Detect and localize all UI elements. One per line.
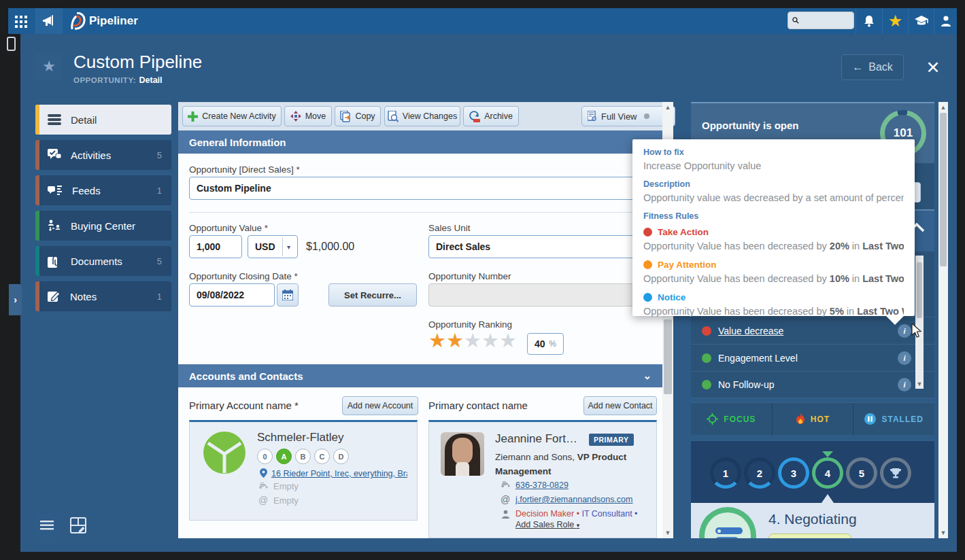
- closing-date-input[interactable]: [189, 283, 275, 307]
- role-it-consultant[interactable]: IT Consultant: [581, 509, 632, 519]
- rating-a[interactable]: A: [276, 449, 292, 464]
- account-address-link[interactable]: 16 Rieder Point, Irec, everything, Braz: [271, 469, 407, 478]
- sidebar-item-documents[interactable]: Documents 5: [35, 246, 171, 276]
- favorite-star-toggle[interactable]: ★: [35, 53, 63, 80]
- notifications-bell-icon[interactable]: [856, 8, 882, 34]
- dropdown-label: Full View: [601, 111, 637, 122]
- scrollbar-thumb[interactable]: [664, 319, 672, 394]
- role-decision-maker[interactable]: Decision Maker: [515, 509, 574, 519]
- sidebar-item-detail[interactable]: Detail: [35, 105, 171, 135]
- section-title: General Information: [189, 137, 286, 148]
- info-icon[interactable]: i: [898, 351, 911, 365]
- scrollbar-thumb[interactable]: [917, 262, 922, 318]
- create-new-activity-button[interactable]: Create New Activity: [182, 106, 282, 126]
- ranking-percent-field[interactable]: 40 %: [527, 333, 564, 355]
- favorites-star-icon[interactable]: ★: [882, 8, 908, 34]
- sidebar-item-activities[interactable]: Activities 5: [35, 140, 171, 170]
- view-changes-button[interactable]: View Changes: [384, 106, 460, 126]
- contact-phone-link[interactable]: 636-378-0829: [515, 480, 569, 490]
- scrollbar-thumb[interactable]: [940, 113, 947, 266]
- opportunity-name-input[interactable]: [189, 177, 647, 200]
- opportunity-value-input[interactable]: [189, 235, 242, 258]
- search-input[interactable]: [799, 15, 849, 27]
- copy-button[interactable]: Copy: [335, 106, 381, 126]
- pipeline-step-2[interactable]: 2: [744, 457, 775, 489]
- learning-graduation-cap-icon[interactable]: [908, 8, 934, 34]
- global-search[interactable]: [788, 12, 854, 29]
- sidebar-item-buying-center[interactable]: Buying Center: [35, 211, 171, 241]
- rating-b[interactable]: B: [295, 449, 311, 464]
- pipeline-step-won[interactable]: [880, 457, 911, 489]
- add-account-button[interactable]: Add new Account: [342, 396, 418, 415]
- section-general-information[interactable]: General Information: [178, 130, 662, 154]
- button-label: HOT: [811, 415, 830, 424]
- profile-person-icon[interactable]: [934, 8, 957, 34]
- arrow-left-icon: ←: [852, 61, 863, 73]
- expand-panel-chevron-right[interactable]: ›: [9, 284, 22, 315]
- sidebar-item-notes[interactable]: Notes 1: [35, 281, 171, 311]
- focus-crosshair-icon: [707, 413, 718, 425]
- row-label[interactable]: Value decrease: [718, 326, 783, 336]
- scroll-down-arrow[interactable]: ▼: [938, 529, 948, 536]
- stalled-button[interactable]: STALLED: [853, 403, 934, 435]
- menu-list-button[interactable]: [35, 514, 58, 537]
- ranking-star-filled[interactable]: ★: [446, 330, 464, 351]
- info-icon[interactable]: i: [898, 378, 911, 391]
- announcements-megaphone-icon[interactable]: [35, 8, 63, 34]
- row-label[interactable]: No Follow-up: [718, 379, 774, 390]
- ranking-star-filled[interactable]: ★: [428, 330, 446, 351]
- account-rating: 0ABCD: [257, 449, 352, 464]
- scroll-up-arrow[interactable]: ▲: [662, 104, 673, 111]
- panel-inner-scrollbar[interactable]: ▼: [915, 256, 924, 389]
- contact-company[interactable]: Ziemann and Sons,: [495, 452, 575, 462]
- fitness-row-engagement-level[interactable]: Engagement Level i: [691, 344, 934, 371]
- rule-take-action: Take Action: [643, 227, 904, 237]
- section-accounts-contacts[interactable]: Accounts and Contacts ⌄: [178, 364, 662, 387]
- back-button[interactable]: ← Back: [841, 54, 904, 80]
- close-icon[interactable]: ✕: [919, 54, 947, 80]
- pipeline-step-4-current[interactable]: 4: [812, 457, 843, 489]
- info-icon[interactable]: i: [898, 324, 911, 338]
- app-grid-icon[interactable]: [15, 16, 31, 28]
- rating-d[interactable]: D: [333, 449, 349, 464]
- contact-email-link[interactable]: j.fortier@ziemannandsons.com: [515, 495, 633, 504]
- pipeline-step-1[interactable]: 1: [710, 457, 741, 489]
- move-button[interactable]: Move: [284, 106, 332, 126]
- row-label[interactable]: Engagement Level: [718, 353, 798, 364]
- archive-button[interactable]: Archive: [463, 106, 519, 126]
- rating-0[interactable]: 0: [257, 449, 273, 464]
- ranking-star-empty[interactable]: ★: [481, 330, 499, 351]
- sidebar-item-feeds[interactable]: Feeds 1: [35, 175, 171, 205]
- scroll-down-arrow[interactable]: ▼: [915, 381, 924, 387]
- add-contact-button[interactable]: Add new Contact: [583, 396, 657, 415]
- fitness-row-no-follow-up[interactable]: No Follow-up i: [691, 371, 934, 398]
- customize-layout-button[interactable]: [67, 514, 90, 537]
- view-label: Detail: [139, 75, 163, 85]
- pipeline-step-3[interactable]: 3: [778, 457, 809, 489]
- ranking-star-empty[interactable]: ★: [499, 330, 517, 351]
- copy-icon: [340, 111, 351, 122]
- currency-select[interactable]: USD ▾: [248, 235, 298, 258]
- hot-button[interactable]: HOT: [773, 403, 854, 435]
- contact-name[interactable]: Jeannine Fort…: [495, 432, 577, 446]
- focus-button[interactable]: FOCUS: [691, 403, 773, 435]
- search-icon: [792, 16, 799, 25]
- scroll-down-arrow[interactable]: ▼: [662, 529, 673, 536]
- set-recurrence-button[interactable]: Set Recurre...: [328, 283, 417, 307]
- sidebar-badge: 1: [157, 292, 162, 302]
- full-view-dropdown[interactable]: Full View ▾: [581, 106, 675, 126]
- pipeline-step-5[interactable]: 5: [846, 457, 877, 489]
- ranking-star-empty[interactable]: ★: [464, 330, 481, 351]
- move-icon: [290, 111, 301, 122]
- scroll-up-arrow[interactable]: ▲: [938, 104, 948, 111]
- rating-c[interactable]: C: [314, 449, 330, 464]
- add-sales-role-link[interactable]: Add Sales Role ▾: [515, 520, 579, 529]
- chevron-down-icon[interactable]: ⌄: [643, 370, 651, 382]
- sales-unit-input[interactable]: [428, 235, 647, 258]
- button-label: FOCUS: [724, 415, 756, 424]
- status-dot: [644, 113, 649, 119]
- fitness-rules-label: Fitness Rules: [643, 211, 904, 221]
- account-name[interactable]: Schmeler-Flatley: [257, 431, 344, 444]
- window-scrollbar[interactable]: ▲ ▼: [938, 102, 948, 538]
- calendar-button[interactable]: [277, 283, 299, 307]
